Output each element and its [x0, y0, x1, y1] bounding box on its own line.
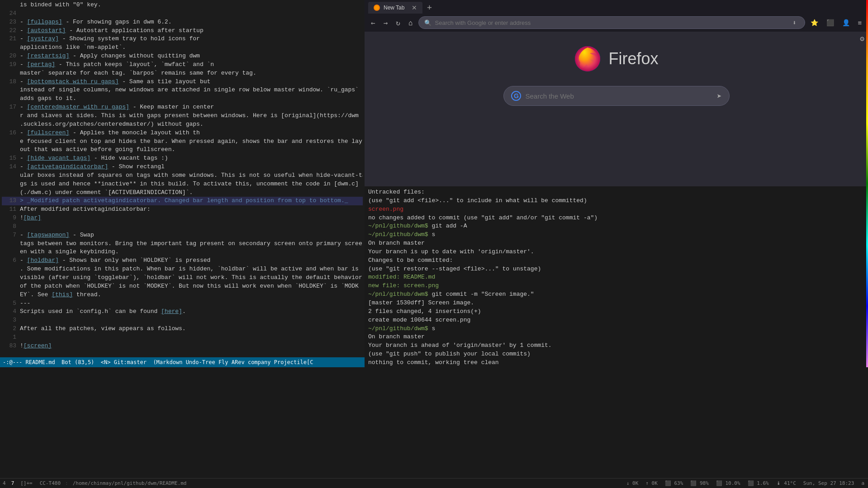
editor-line: ular boxes instead of squares on tags wi… [2, 171, 363, 180]
line-text: adds gaps to it. [20, 95, 363, 103]
line-text: .suckless.org/patches/centeredmaster/) w… [20, 120, 363, 129]
terminal-line: (use "git restore --staged <file>..." to… [368, 265, 864, 274]
status-filename: README.md [26, 359, 55, 365]
sys-cpu: ⬛ 63% [661, 480, 687, 486]
terminal-line: ~/pnl/github/dwm$ [368, 367, 864, 368]
home-button[interactable]: ⌂ [406, 17, 416, 29]
sys-datetime: Sun, Sep 27 18:23 [800, 480, 858, 486]
terminal-line: no changes added to commit (use "git add… [368, 214, 864, 223]
address-bar[interactable]: 🔍 ⬇ [418, 16, 805, 29]
line-text: - [hide_vacant_tags] - Hide vacant tags … [20, 154, 363, 163]
line-number: 21 [2, 35, 16, 43]
status-branch: <N> Git:master [101, 359, 147, 365]
status-mode: -:@--- [3, 359, 22, 365]
forward-button[interactable]: → [381, 17, 391, 29]
lock-icon: 🔍 [424, 19, 432, 26]
download-icon[interactable]: ⬇ [790, 17, 799, 28]
firefox-pane: New Tab ✕ + ← → ↻ ⌂ 🔍 ⬇ ⭐ ⬛ 👤 ≡ ⚙ [365, 0, 868, 186]
editor-content: is binded with "0" key.2423 - [fullgaps]… [0, 0, 365, 351]
terminal-line: ~/pnl/github/dwm$ s [368, 231, 864, 239]
editor-line: 17 - [centeredmaster with ru gaps] - Kee… [2, 103, 363, 112]
line-text: - [autostart] - Autostart applications a… [20, 27, 363, 35]
line-text: instead of single columns, new windows a… [20, 86, 363, 95]
line-number: 20 [2, 52, 16, 61]
firefox-chrome: New Tab ✕ + ← → ↻ ⌂ 🔍 ⬇ ⭐ ⬛ 👤 ≡ [365, 0, 868, 32]
search-submit-icon[interactable]: ➤ [717, 91, 722, 101]
editor-line: . Some modifications in this patch. When… [2, 265, 363, 274]
editor-line: gs is used and hence **inactive** in thi… [2, 180, 363, 189]
menu-icon[interactable]: ≡ [855, 17, 864, 28]
profile-icon[interactable]: 👤 [840, 17, 853, 28]
sys-tag-4[interactable]: 4 [0, 479, 9, 488]
editor-line: of the patch when `HOLDKEY` is not `MODK… [2, 282, 363, 291]
editor-line: 22 - [autostart] - Autostart application… [2, 27, 363, 35]
new-tab-button[interactable]: + [424, 2, 435, 12]
editor-line: out that was active before going fullscr… [2, 146, 363, 154]
editor-line: 13> _Modified patch activetagindicatorba… [2, 197, 363, 205]
terminal-line: Your branch is up to date with 'origin/m… [368, 248, 864, 256]
active-tab[interactable]: New Tab ✕ [368, 2, 422, 14]
sys-mem: ⬛ 98% [687, 480, 712, 486]
line-number: 22 [2, 27, 16, 35]
tab-close-button[interactable]: ✕ [412, 4, 417, 11]
line-text: ![bar] [20, 214, 363, 223]
editor-line: 9![bar] [2, 214, 363, 223]
sys-stats: ↓ 0K ↑ 0K ⬛ 63% ⬛ 98% ⬛ 10.0% ⬛ 1.6% 🌡 4… [623, 480, 868, 486]
line-number: 14 [2, 163, 16, 171]
search-bar[interactable]: G ➤ [503, 86, 730, 106]
line-text: e focused client on top and hides the ba… [20, 137, 363, 146]
sys-tag-7[interactable]: 7 [9, 479, 17, 488]
editor-line: 15 - [hide_vacant_tags] - Hide vacant ta… [2, 154, 363, 163]
firefox-wordmark: Firefox [608, 49, 658, 68]
line-number: 1 [2, 333, 16, 342]
terminal-line: nothing to commit, working tree clean [368, 359, 864, 367]
sys-net-up: ↑ 0K [642, 480, 661, 486]
address-input[interactable] [435, 19, 787, 26]
terminal-line: [master 1530dff] Screen image. [368, 299, 864, 308]
line-text: - [tagswapmon] - Swap [20, 231, 363, 240]
line-text: Scripts used in `config.h` can be found … [20, 308, 363, 316]
line-number: 7 [2, 231, 16, 240]
editor-line: en with a single keybinding. [2, 248, 363, 256]
search-input[interactable] [526, 92, 712, 100]
terminal-line: (use "git add <file>..." to include in w… [368, 197, 864, 205]
editor-line: 21 - [systray] - Showing system tray to … [2, 35, 363, 43]
line-number: 18 [2, 78, 16, 86]
line-text: - [centeredmaster with ru gaps] - Keep m… [20, 103, 363, 112]
editor-line: 23 - [fullgaps] - For showing gaps in dw… [2, 18, 363, 27]
gear-button[interactable]: ⚙ [860, 34, 864, 43]
editor-line: 20 - [restartsig] - Apply changes withou… [2, 52, 363, 61]
google-logo: G [511, 91, 521, 101]
terminal-line: ~/pnl/github/dwm$ git add -A [368, 222, 864, 231]
editor-line: 7 - [tagswapmon] - Swap [2, 231, 363, 240]
back-button[interactable]: ← [368, 17, 378, 29]
terminal-line: Changes to be committed: [368, 256, 864, 265]
rainbow-bar-right [866, 0, 868, 367]
editor-line: 4 Scripts used in `config.h` can be foun… [2, 308, 363, 316]
line-number: 8 [2, 223, 16, 231]
line-number: 24 [2, 9, 16, 18]
editor-line: 6 - [holdbar] - Shows bar only when `HOL… [2, 256, 363, 265]
editor-line: master` separate for each tag. `barpos` … [2, 69, 363, 78]
editor-line: 14 - [activetagindicatorbar] - Show rect… [2, 163, 363, 171]
bookmarks-icon[interactable]: ⭐ [808, 17, 821, 28]
extensions-icon[interactable]: ⬛ [824, 17, 837, 28]
terminal-pane: Untracked files: (use "git add <file>...… [365, 186, 868, 368]
line-number: 15 [2, 154, 16, 163]
editor-line: tags between two monitors. Bring the imp… [2, 240, 363, 248]
terminal-line: On branch master [368, 333, 864, 341]
editor-line: 83![screen] [2, 342, 363, 351]
editor-line: 3 [2, 316, 363, 325]
line-number: 5 [2, 299, 16, 308]
editor-line: (./dwm.c) under comment `[ACTIVEBARINDIC… [2, 189, 363, 197]
reload-button[interactable]: ↻ [393, 17, 403, 29]
sys-path: /home/chinmay/pnl/github/dwm/README.md [69, 480, 190, 486]
line-text: . Some modifications in this patch. When… [20, 265, 363, 274]
editor-line: 16 - [fullscreen] - Applies the monocle … [2, 129, 363, 137]
editor-line: EY`. See [this] thread. [2, 291, 363, 299]
terminal-line: (use "git push" to publish your local co… [368, 350, 864, 359]
editor-line: 8 [2, 223, 363, 231]
editor-line: instead of single columns, new windows a… [2, 86, 363, 95]
line-text: r and slaves at sides. This is with gaps… [20, 112, 363, 120]
line-number: 83 [2, 342, 16, 351]
